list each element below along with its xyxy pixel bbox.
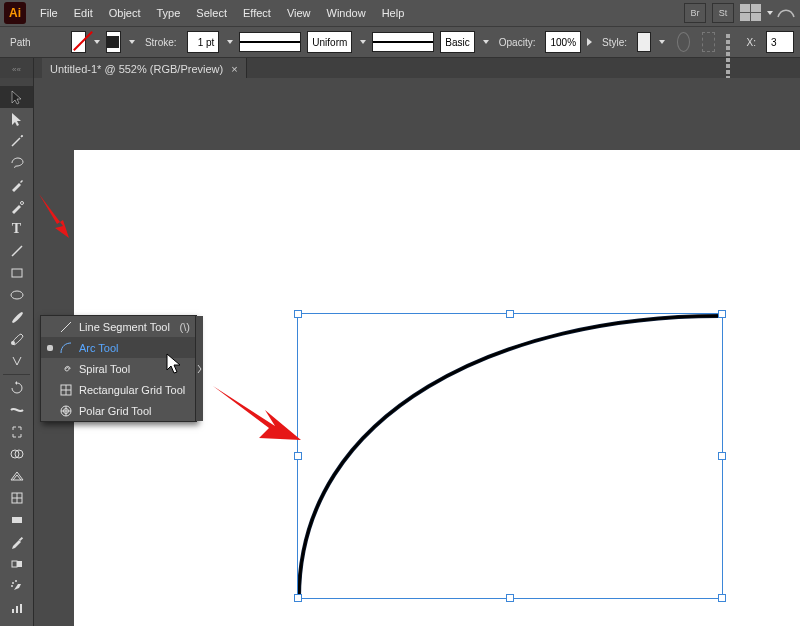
symbol-sprayer-tool[interactable] bbox=[0, 575, 33, 597]
svg-point-15 bbox=[15, 580, 17, 582]
bridge-launch-icon[interactable]: Br bbox=[684, 3, 706, 23]
tab-close-icon[interactable]: × bbox=[231, 63, 237, 75]
svg-rect-17 bbox=[12, 609, 14, 613]
selection-info-label: Path bbox=[6, 35, 35, 50]
svg-rect-18 bbox=[16, 606, 18, 613]
pen-tool[interactable] bbox=[0, 174, 33, 196]
arc-icon bbox=[57, 341, 75, 355]
opacity-label: Opacity: bbox=[495, 35, 540, 50]
svg-point-1 bbox=[20, 202, 23, 205]
flyout-arc-tool[interactable]: Arc Tool bbox=[41, 337, 196, 358]
svg-rect-13 bbox=[17, 561, 22, 567]
menu-view[interactable]: View bbox=[279, 3, 319, 23]
flyout-item-label: Rectangular Grid Tool bbox=[79, 384, 190, 396]
paintbrush-tool[interactable] bbox=[0, 306, 33, 328]
menu-help[interactable]: Help bbox=[374, 3, 413, 23]
menu-type[interactable]: Type bbox=[149, 3, 189, 23]
flyout-item-label: Spiral Tool bbox=[79, 363, 190, 375]
lasso-tool[interactable] bbox=[0, 152, 33, 174]
line-segment-icon bbox=[57, 320, 75, 334]
flyout-item-label: Line Segment Tool bbox=[79, 321, 180, 333]
blob-brush-tool[interactable] bbox=[0, 328, 33, 350]
spiral-icon bbox=[57, 362, 75, 376]
transform-panel-icon[interactable] bbox=[725, 33, 737, 51]
menu-edit[interactable]: Edit bbox=[66, 3, 101, 23]
svg-point-0 bbox=[21, 135, 23, 137]
variable-width-profile[interactable] bbox=[239, 32, 301, 52]
align-icon[interactable] bbox=[702, 32, 715, 52]
document-tab[interactable]: Untitled-1* @ 552% (RGB/Preview) × bbox=[42, 58, 247, 80]
svg-rect-9 bbox=[12, 517, 22, 523]
fill-swatch-dropdown-icon[interactable] bbox=[92, 40, 100, 44]
brush-definition[interactable] bbox=[372, 32, 434, 52]
flyout-tearoff-handle[interactable] bbox=[195, 316, 203, 421]
svg-point-5 bbox=[11, 341, 15, 345]
svg-point-16 bbox=[11, 585, 13, 587]
rectangular-grid-icon bbox=[57, 383, 75, 397]
opacity-input[interactable]: 100% bbox=[545, 31, 581, 53]
svg-point-14 bbox=[12, 582, 14, 584]
eyedropper-tool[interactable] bbox=[0, 531, 33, 553]
width-tool[interactable] bbox=[0, 399, 33, 421]
gpu-preview-icon[interactable] bbox=[776, 5, 796, 21]
rectangle-tool[interactable] bbox=[0, 262, 33, 284]
menu-select[interactable]: Select bbox=[188, 3, 235, 23]
stroke-label: Stroke: bbox=[141, 35, 181, 50]
direct-selection-tool[interactable] bbox=[0, 108, 33, 130]
selection-tool[interactable] bbox=[0, 86, 33, 108]
shape-builder-tool[interactable] bbox=[0, 443, 33, 465]
opacity-dropdown-icon[interactable] bbox=[587, 38, 592, 46]
fill-swatch[interactable] bbox=[71, 31, 86, 53]
flyout-polar-grid-tool[interactable]: Polar Grid Tool bbox=[41, 400, 196, 421]
flyout-item-label: Polar Grid Tool bbox=[79, 405, 190, 417]
variable-width-dropdown-icon[interactable] bbox=[358, 40, 366, 44]
flyout-rectangular-grid-tool[interactable]: Rectangular Grid Tool bbox=[41, 379, 196, 400]
stroke-swatch[interactable] bbox=[106, 31, 121, 53]
graphic-style-swatch[interactable] bbox=[637, 32, 651, 52]
flyout-line-segment-tool[interactable]: Line Segment Tool (\) bbox=[41, 316, 196, 337]
svg-point-4 bbox=[11, 291, 23, 299]
menu-object[interactable]: Object bbox=[101, 3, 149, 23]
selection-bounding-box[interactable] bbox=[297, 313, 723, 599]
magic-wand-tool[interactable] bbox=[0, 130, 33, 152]
style-label: Style: bbox=[598, 35, 631, 50]
type-tool[interactable]: T bbox=[0, 218, 33, 240]
flyout-item-label: Arc Tool bbox=[79, 342, 190, 354]
flyout-spiral-tool[interactable]: Spiral Tool bbox=[41, 358, 196, 379]
stroke-swatch-dropdown-icon[interactable] bbox=[127, 40, 135, 44]
ellipse-tool[interactable] bbox=[0, 284, 33, 306]
stroke-weight-dropdown-icon[interactable] bbox=[225, 40, 233, 44]
svg-rect-3 bbox=[12, 269, 22, 277]
curvature-tool[interactable] bbox=[0, 196, 33, 218]
gradient-tool[interactable] bbox=[0, 509, 33, 531]
brush-definition-label: Basic bbox=[440, 31, 474, 53]
svg-line-20 bbox=[61, 322, 71, 332]
brush-dropdown-icon[interactable] bbox=[481, 40, 489, 44]
shaper-tool[interactable] bbox=[0, 350, 33, 372]
tools-panel: T bbox=[0, 78, 34, 626]
arrange-documents-dropdown-icon[interactable] bbox=[767, 11, 773, 15]
menu-effect[interactable]: Effect bbox=[235, 3, 279, 23]
blend-tool[interactable] bbox=[0, 553, 33, 575]
menu-window[interactable]: Window bbox=[319, 3, 374, 23]
arrange-documents-icon[interactable] bbox=[740, 4, 762, 22]
rotate-tool[interactable] bbox=[0, 377, 33, 399]
document-tab-title: Untitled-1* @ 552% (RGB/Preview) bbox=[50, 63, 223, 75]
line-tool-flyout-menu: Line Segment Tool (\) Arc Tool Spiral To… bbox=[40, 315, 197, 422]
menu-file[interactable]: File bbox=[32, 3, 66, 23]
mesh-tool[interactable] bbox=[0, 487, 33, 509]
app-logo-icon: Ai bbox=[4, 2, 26, 24]
control-bar: Path Stroke: 1 pt Uniform Basic Opacity:… bbox=[0, 27, 800, 58]
column-graph-tool[interactable] bbox=[0, 597, 33, 619]
x-input[interactable]: 3 bbox=[766, 31, 794, 53]
line-segment-tool[interactable] bbox=[0, 240, 33, 262]
stroke-weight-input[interactable]: 1 pt bbox=[187, 31, 220, 53]
free-transform-tool[interactable] bbox=[0, 421, 33, 443]
graphic-style-dropdown-icon[interactable] bbox=[657, 40, 665, 44]
toolbar-collapse-grip[interactable]: «« bbox=[0, 58, 34, 80]
polar-grid-icon bbox=[57, 404, 75, 418]
svg-rect-11 bbox=[18, 537, 22, 541]
stock-launch-icon[interactable]: St bbox=[712, 3, 734, 23]
recolor-artwork-icon[interactable] bbox=[677, 32, 690, 52]
perspective-grid-tool[interactable] bbox=[0, 465, 33, 487]
